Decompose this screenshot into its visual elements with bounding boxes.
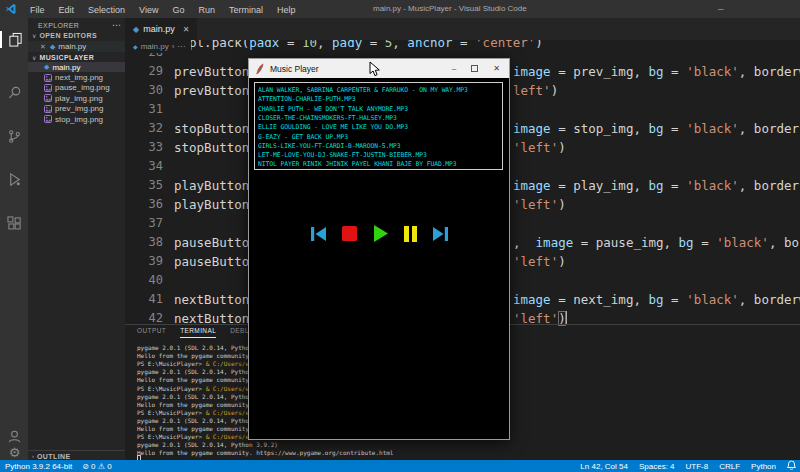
mp-minimize-button[interactable]: – [452,65,456,73]
problems-status[interactable]: ⊘ 0 ⚠ 0 [82,462,111,471]
indent-status[interactable]: Spaces: 4 [639,462,675,471]
play-button[interactable] [373,225,388,242]
chevron-right-icon: › [32,453,34,459]
terminal-line: Hello from the pygame community. https:/… [137,449,393,456]
transport-controls [249,225,509,242]
interpreter-status[interactable]: Python 3.9.2 64-bit [5,462,72,471]
menu-bar: FileEditSelectionViewGoRunTerminalHelp [23,0,302,19]
line-number: 32 [125,119,163,138]
menu-terminal[interactable]: Terminal [222,5,270,15]
line-number: 33 [125,138,163,157]
menu-go[interactable]: Go [165,5,191,15]
menu-run[interactable]: Run [191,5,222,15]
sidebar-header: EXPLORER [38,22,79,29]
explorer-icon[interactable] [0,31,24,48]
panel-tab-output[interactable]: OUTPUT [137,327,166,338]
line-number: 30 [125,81,163,100]
account-icon[interactable] [6,428,23,445]
line-number: 39 [125,252,163,271]
source-control-icon[interactable] [6,128,23,145]
playlist-item[interactable]: ALAN WALKER, SABRINA CARPENTER & FARRUKO… [258,86,468,94]
tab-main-py[interactable]: ◆ main.py ✕ [125,18,197,40]
open-editors-section[interactable]: ∨ OPEN EDITORS [28,30,125,41]
file-item-stop_img.png[interactable]: stop_img.png [28,114,125,124]
activity-bar: ⚙ [0,18,28,460]
menu-view[interactable]: View [132,5,165,15]
editor-cursor [566,311,567,325]
title-bar: FileEditSelectionViewGoRunTerminalHelp m… [0,0,800,18]
menu-edit[interactable]: Edit [52,5,82,15]
line-number: 36 [125,195,163,214]
panel-tab-terminal[interactable]: TERMINAL [180,327,216,338]
playlist-item[interactable]: GIRLS-LIKE-YOU-FT-CARDI-B-MAROON-5.MP3 [258,142,400,150]
playlist-item[interactable]: CLOSER-THE-CHAINSMOKERS-FT-HALSEY.MP3 [258,114,397,122]
playlist-item[interactable]: G-EAZY - GET BACK UP.MP3 [258,133,348,141]
open-editor-item[interactable]: ✕ ◆ main.py [28,41,125,52]
minimize-window-button[interactable]: – [718,3,724,14]
playlist-item[interactable]: NITOL PAYER RINIK JHINIK PAYEL KHANI BAJ… [258,160,457,168]
python-file-icon: ◆ [50,43,55,51]
sidebar-actions-icon[interactable]: ⋯ [112,20,121,30]
mp-maximize-button[interactable] [471,65,478,72]
python-file-icon: ◆ [44,63,49,71]
image-file-icon [44,115,52,123]
close-editor-icon[interactable]: ✕ [40,43,46,51]
breadcrumb[interactable]: ◆ main.py › ⋯ [125,40,191,53]
mouse-cursor [369,61,380,81]
file-item-main.py[interactable]: ◆main.py [28,62,125,72]
file-item-pause_img.png[interactable]: pause_img.png [28,83,125,93]
manage-gear-icon[interactable]: ⚙ [6,444,23,461]
editor-tab-bar: ◆ main.py ✕ [125,18,800,40]
python-file-icon: ◆ [133,43,138,50]
music-player-title: Music Player [270,64,319,74]
search-icon[interactable] [6,84,23,101]
menu-file[interactable]: File [23,5,52,15]
notifications-bell-icon[interactable] [787,460,796,472]
file-label: next_img.png [55,73,103,82]
line-number: 41 [125,290,163,309]
breadcrumb-separator: › [172,42,175,51]
chevron-down-icon: ∨ [32,32,36,39]
line-number: 31 [125,100,163,119]
run-and-debug-icon[interactable] [6,171,23,188]
playlist-listbox[interactable]: ALAN WALKER, SABRINA CARPENTER & FARRUKO… [254,82,503,170]
line-number: 37 [125,214,163,233]
line-number: 34 [125,157,163,176]
tab-close-icon[interactable]: ✕ [183,25,190,34]
stop-button[interactable] [342,226,357,241]
encoding-status[interactable]: UTF-8 [686,462,709,471]
extensions-icon[interactable] [6,215,23,232]
python-file-icon: ◆ [133,25,139,34]
mp-close-button[interactable]: ✕ [493,65,500,73]
pause-button[interactable] [404,226,417,242]
eol-status[interactable]: CRLF [719,462,740,471]
cursor-position-status[interactable]: Ln 42, Col 54 [580,462,628,471]
language-status[interactable]: Python [751,462,776,471]
menu-help[interactable]: Help [270,5,303,15]
playlist-item[interactable]: LET-ME-LOVE-YOU-DJ-SNAKE-FT-JUSTIN-BIEBE… [258,151,427,159]
chevron-down-icon: ∨ [32,54,36,61]
next-button[interactable] [433,226,448,242]
file-item-next_img.png[interactable]: next_img.png [28,72,125,82]
file-label: play_img.png [55,94,103,103]
menu-selection[interactable]: Selection [81,5,132,15]
music-player-window[interactable]: Music Player – ✕ ALAN WALKER, SABRINA CA… [248,58,510,440]
explorer-sidebar: EXPLORER ⋯ ∨ OPEN EDITORS ✕ ◆ main.py ∨ … [28,18,125,460]
playlist-item[interactable]: ELLIE GOULDING - LOVE ME LIKE YOU DO.MP3 [258,123,408,131]
vscode-window: FileEditSelectionViewGoRunTerminalHelp m… [0,0,800,472]
line-number: 29 [125,62,163,81]
file-label: main.py [52,63,80,72]
playlist-item[interactable]: CHARLIE PUTH - WE DON'T TALK ANYMORE.MP3 [258,105,408,113]
status-bar: Python 3.9.2 64-bit ⊘ 0 ⚠ 0 Ln 42, Col 5… [0,460,800,472]
terminal-line: pygame 2.0.1 (SDL 2.0.14, Python 3.9.2) [137,441,278,448]
file-label: prev_img.png [55,104,103,113]
file-label: pause_img.png [55,83,110,92]
window-title: main.py - MusicPlayer - Visual Studio Co… [373,4,527,13]
previous-button[interactable] [311,226,326,242]
file-label: stop_img.png [55,115,103,124]
line-number: 35 [125,176,163,195]
line-number: 38 [125,233,163,252]
playlist-item[interactable]: ATTENTION-CHARLIE-PUTH.MP3 [258,95,355,103]
file-item-prev_img.png[interactable]: prev_img.png [28,104,125,114]
file-item-play_img.png[interactable]: play_img.png [28,93,125,103]
